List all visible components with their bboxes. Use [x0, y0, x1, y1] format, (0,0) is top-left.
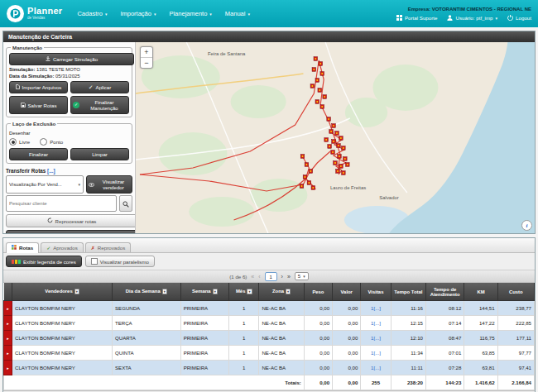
- cell-peso: 0,00: [304, 331, 332, 346]
- tab-rotas[interactable]: Rotas: [6, 242, 39, 253]
- cell-visitas-link[interactable]: 1[...]: [361, 331, 391, 346]
- tab-reprovados[interactable]: ✗ Reprovados: [85, 242, 131, 252]
- user-icon: [447, 15, 453, 22]
- visualizar-paralelismo-button[interactable]: Visualizar paralelismo: [85, 256, 155, 267]
- search-client-input[interactable]: [6, 195, 117, 212]
- row-expand-handle[interactable]: ▸: [4, 301, 12, 316]
- nav-importacao[interactable]: Importação▾: [120, 10, 156, 17]
- radio-ponto-label: Ponto: [50, 139, 63, 145]
- cell-visitas-link[interactable]: 1[...]: [361, 346, 391, 361]
- reprocessar-rotas-button[interactable]: Reprocessar rotas: [6, 214, 136, 227]
- column-filter-dropdown-icon[interactable]: ▾: [247, 289, 252, 294]
- table-row[interactable]: ▸CLAYTON BOMFIM NERYQUINTAPRIMEIRA1NE-AC…: [4, 346, 535, 361]
- map-canvas: Feira de Santana Salvador Lauro de Freit…: [136, 42, 535, 233]
- nav-cadastro[interactable]: Cadastro▾: [77, 10, 107, 17]
- column-filter-dropdown-icon[interactable]: ▾: [162, 289, 167, 294]
- cell-visitas-link[interactable]: 1[...]: [361, 316, 391, 331]
- check-icon: ✓: [89, 84, 94, 90]
- rotas-actions-bar: Exibir legenda de cores Visualizar paral…: [3, 253, 535, 270]
- importar-arquivos-button[interactable]: Importar Arquivos: [9, 81, 68, 93]
- carteira-panel: Manutenção de Carteira Manutenção Carreg…: [2, 31, 536, 234]
- table-row[interactable]: ▸CLAYTON BOMFIM NERYQUARTAPRIMEIRA1NE-AC…: [4, 331, 535, 346]
- brand-name: Planner: [27, 7, 62, 16]
- column-header-valor: Valor: [333, 283, 361, 301]
- first-page-button[interactable]: «: [251, 274, 254, 280]
- chevron-down-icon: ▾: [105, 12, 108, 17]
- map-view[interactable]: Feira de Santana Salvador Lauro de Freit…: [136, 42, 535, 233]
- row-expand-handle[interactable]: ▸: [4, 331, 12, 346]
- last-page-button[interactable]: »: [287, 274, 291, 280]
- logout-button[interactable]: Logout: [507, 15, 531, 22]
- search-button[interactable]: [119, 195, 132, 212]
- user-menu[interactable]: Usuário: ptf_imp ▾: [447, 15, 497, 22]
- map-marker-dot: [324, 96, 325, 98]
- aplicar-label: Aplicar: [96, 84, 112, 90]
- pager-top: (1 de 6) « ‹ 1 › » 5▾: [3, 270, 535, 283]
- nav-planejamento[interactable]: Planejamento▾: [169, 10, 211, 17]
- cell-custo: 222,85: [497, 316, 534, 331]
- table-row[interactable]: ▸CLAYTON BOMFIM NERYSEGUNDAPRIMEIRA1NE-A…: [4, 301, 535, 316]
- column-header-mes[interactable]: Mês▾: [229, 283, 259, 301]
- column-filter-dropdown-icon[interactable]: ▾: [286, 289, 291, 294]
- app-window: Planner de Vendas Cadastro▾ Importação▾ …: [0, 0, 538, 392]
- column-header-zona[interactable]: Zona▾: [259, 283, 304, 301]
- visualizacao-select[interactable]: Visualização Por Vend... ▾: [6, 175, 84, 194]
- map-attribution-icon[interactable]: i: [521, 220, 532, 231]
- row-expand-handle[interactable]: ▸: [4, 346, 12, 361]
- visualizar-vendedor-label: Visualizar vendedor: [97, 179, 130, 190]
- row-expand-handle[interactable]: ▸: [4, 361, 12, 375]
- radio-livre[interactable]: Livre: [9, 138, 30, 146]
- finalizar-manutencao-button[interactable]: ✓ Finalizar Manutenção: [70, 96, 129, 114]
- transferir-rotas-link[interactable]: [...]: [47, 168, 55, 174]
- nav-manual[interactable]: Manual▾: [225, 10, 250, 17]
- cell-tempo-atendimento: 08:12: [425, 301, 464, 316]
- cell-mes: 1: [229, 331, 259, 346]
- grid-icon: [12, 245, 17, 251]
- zoom-out-button[interactable]: −: [141, 58, 152, 68]
- column-header-semana[interactable]: Semana▾: [180, 283, 228, 301]
- map-marker-dot: [344, 158, 346, 160]
- cell-visitas-link[interactable]: 1[...]: [361, 361, 391, 375]
- app-logo[interactable]: Planner de Vendas: [7, 5, 62, 22]
- finalizar-manutencao-label: Finalizar Manutenção: [82, 99, 127, 111]
- salvar-rotas-button[interactable]: Salvar Rotas: [9, 96, 68, 114]
- table-row[interactable]: ▸CLAYTON BOMFIM NERYSEXTAPRIMEIRA1NE-AC …: [4, 361, 535, 375]
- column-filter-dropdown-icon[interactable]: ▾: [213, 289, 218, 294]
- carregar-simulacao-button[interactable]: Carregar Simulação: [9, 53, 134, 65]
- current-page-input[interactable]: 1: [265, 272, 277, 281]
- limpar-laco-button[interactable]: Limpar: [70, 148, 129, 160]
- simulation-label: Simulação:: [9, 67, 35, 72]
- column-header-vendedores[interactable]: Vendedores▾: [12, 283, 113, 301]
- exibir-legenda-button[interactable]: Exibir legenda de cores: [6, 256, 82, 267]
- row-expand-handle[interactable]: ▸: [4, 316, 12, 331]
- routes-table-head: Vendedores▾ Dia da Semana▾ Semana▾ Mês▾ …: [4, 283, 535, 301]
- file-icon: [16, 84, 20, 90]
- prev-page-button[interactable]: ‹: [258, 274, 260, 280]
- top-links: Portal Suporte Usuário: ptf_imp ▾ Logout: [396, 15, 531, 22]
- chevron-down-icon: ▾: [78, 182, 80, 187]
- aplicar-button[interactable]: ✓ Aplicar: [70, 81, 129, 93]
- radio-ponto[interactable]: Ponto: [40, 138, 63, 146]
- total-tempo-atendimento: 144:23: [425, 375, 464, 390]
- table-row[interactable]: ▸CLAYTON BOMFIM NERYTERÇAPRIMEIRA1NE-AC …: [4, 316, 535, 331]
- column-header-dia-da-semana[interactable]: Dia da Semana▾: [113, 283, 181, 301]
- finalizar-laco-button[interactable]: Finalizar: [9, 148, 68, 160]
- column-header-peso: Peso: [304, 283, 332, 301]
- portal-suporte-label: Portal Suporte: [405, 15, 438, 21]
- zoom-in-button[interactable]: +: [141, 47, 152, 58]
- cell-visitas-link[interactable]: 1[...]: [361, 301, 391, 316]
- cell-tempo-atendimento: 07:01: [425, 346, 464, 361]
- nav-importacao-label: Importação: [120, 10, 151, 17]
- portal-suporte-link[interactable]: Portal Suporte: [396, 15, 438, 22]
- visualizar-vendedor-button[interactable]: Visualizar vendedor: [86, 175, 132, 194]
- enviar-notificacoes-button[interactable]: Enviar Notificações: [6, 230, 136, 233]
- page-size-select[interactable]: 5▾: [295, 272, 309, 280]
- rotas-panel: Rotas ✓ Aprovados ✗ Reprovados Exibir le…: [2, 237, 536, 392]
- column-filter-dropdown-icon[interactable]: ▾: [74, 289, 79, 294]
- next-page-button[interactable]: ›: [281, 274, 283, 280]
- cell-dia-da-semana: QUINTA: [113, 346, 181, 361]
- tab-reprovados-label: Reprovados: [98, 245, 125, 251]
- main-nav: Cadastro▾ Importação▾ Planejamento▾ Manu…: [77, 10, 250, 17]
- tab-aprovados[interactable]: ✓ Aprovados: [41, 242, 84, 252]
- total-custo: 2.166,84: [497, 375, 534, 390]
